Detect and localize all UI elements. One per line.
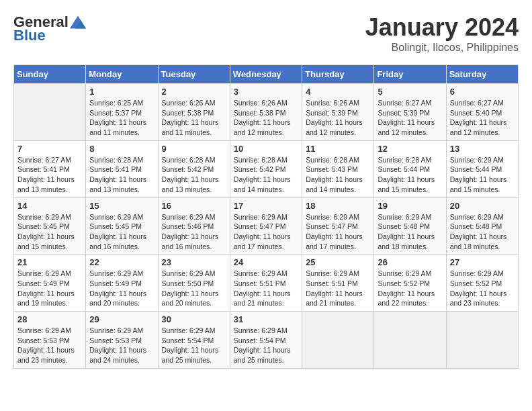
day-info: Sunrise: 6:29 AM Sunset: 5:49 PM Dayligh… (89, 269, 154, 308)
calendar-cell: 30Sunrise: 6:29 AM Sunset: 5:54 PM Dayli… (158, 312, 230, 369)
calendar-cell: 8Sunrise: 6:28 AM Sunset: 5:41 PM Daylig… (86, 140, 158, 197)
day-info: Sunrise: 6:27 AM Sunset: 5:39 PM Dayligh… (378, 98, 442, 138)
day-number: 21 (17, 257, 82, 267)
day-info: Sunrise: 6:29 AM Sunset: 5:52 PM Dayligh… (450, 269, 515, 308)
calendar-cell: 19Sunrise: 6:29 AM Sunset: 5:48 PM Dayli… (374, 197, 446, 255)
day-info: Sunrise: 6:26 AM Sunset: 5:39 PM Dayligh… (306, 98, 370, 138)
day-number: 2 (162, 87, 226, 97)
title-area: January 2024 Bolingit, Ilocos, Philippin… (365, 13, 519, 54)
main-title: January 2024 (365, 13, 519, 42)
calendar-cell: 26Sunrise: 6:29 AM Sunset: 5:52 PM Dayli… (374, 255, 446, 312)
day-info: Sunrise: 6:27 AM Sunset: 5:41 PM Dayligh… (17, 155, 82, 195)
calendar-cell: 13Sunrise: 6:29 AM Sunset: 5:44 PM Dayli… (446, 140, 518, 197)
calendar-table: SundayMondayTuesdayWednesdayThursdayFrid… (13, 64, 519, 369)
day-number: 26 (378, 257, 442, 267)
header-sunday: Sunday (14, 65, 86, 84)
day-info: Sunrise: 6:28 AM Sunset: 5:42 PM Dayligh… (234, 155, 298, 195)
calendar-cell: 2Sunrise: 6:26 AM Sunset: 5:38 PM Daylig… (158, 84, 230, 141)
day-number: 3 (234, 87, 298, 97)
day-number: 25 (306, 257, 370, 267)
day-info: Sunrise: 6:26 AM Sunset: 5:38 PM Dayligh… (162, 98, 226, 138)
day-number: 17 (234, 201, 298, 211)
day-number: 13 (450, 144, 515, 154)
day-number: 20 (450, 201, 515, 211)
day-info: Sunrise: 6:29 AM Sunset: 5:51 PM Dayligh… (234, 269, 298, 308)
day-number: 5 (378, 87, 442, 97)
logo-icon (70, 15, 86, 29)
calendar-cell (302, 312, 374, 369)
calendar-cell: 7Sunrise: 6:27 AM Sunset: 5:41 PM Daylig… (14, 140, 86, 197)
calendar-cell (446, 312, 518, 369)
header-friday: Friday (374, 65, 446, 84)
day-info: Sunrise: 6:26 AM Sunset: 5:38 PM Dayligh… (234, 98, 298, 138)
day-number: 10 (234, 144, 298, 154)
day-info: Sunrise: 6:28 AM Sunset: 5:42 PM Dayligh… (162, 155, 226, 195)
calendar-cell (374, 312, 446, 369)
calendar-cell: 21Sunrise: 6:29 AM Sunset: 5:49 PM Dayli… (14, 255, 86, 312)
calendar-cell: 1Sunrise: 6:25 AM Sunset: 5:37 PM Daylig… (86, 84, 158, 141)
logo-blue: Blue (13, 27, 46, 44)
day-number: 6 (450, 87, 515, 97)
day-number: 31 (234, 314, 298, 324)
day-number: 9 (162, 144, 226, 154)
day-info: Sunrise: 6:28 AM Sunset: 5:41 PM Dayligh… (89, 155, 154, 195)
calendar-cell: 16Sunrise: 6:29 AM Sunset: 5:46 PM Dayli… (158, 197, 230, 255)
day-number: 8 (89, 144, 154, 154)
day-number: 15 (89, 201, 154, 211)
calendar-cell: 18Sunrise: 6:29 AM Sunset: 5:47 PM Dayli… (302, 197, 374, 255)
day-info: Sunrise: 6:29 AM Sunset: 5:45 PM Dayligh… (17, 212, 82, 252)
day-info: Sunrise: 6:25 AM Sunset: 5:37 PM Dayligh… (89, 98, 154, 138)
subtitle: Bolingit, Ilocos, Philippines (365, 42, 519, 54)
calendar-cell: 6Sunrise: 6:27 AM Sunset: 5:40 PM Daylig… (446, 84, 518, 141)
day-number: 16 (162, 201, 226, 211)
calendar-cell: 17Sunrise: 6:29 AM Sunset: 5:47 PM Dayli… (230, 197, 302, 255)
calendar-header-row: SundayMondayTuesdayWednesdayThursdayFrid… (14, 65, 519, 84)
calendar-cell: 14Sunrise: 6:29 AM Sunset: 5:45 PM Dayli… (14, 197, 86, 255)
header-monday: Monday (86, 65, 158, 84)
day-info: Sunrise: 6:29 AM Sunset: 5:54 PM Dayligh… (234, 326, 298, 365)
day-info: Sunrise: 6:27 AM Sunset: 5:40 PM Dayligh… (450, 98, 515, 138)
calendar-cell: 9Sunrise: 6:28 AM Sunset: 5:42 PM Daylig… (158, 140, 230, 197)
calendar-cell: 5Sunrise: 6:27 AM Sunset: 5:39 PM Daylig… (374, 84, 446, 141)
calendar-cell (14, 84, 86, 141)
calendar-cell: 15Sunrise: 6:29 AM Sunset: 5:45 PM Dayli… (86, 197, 158, 255)
day-number: 29 (89, 314, 154, 324)
day-info: Sunrise: 6:29 AM Sunset: 5:52 PM Dayligh… (378, 269, 442, 308)
calendar-cell: 20Sunrise: 6:29 AM Sunset: 5:48 PM Dayli… (446, 197, 518, 255)
header-saturday: Saturday (446, 65, 518, 84)
header-thursday: Thursday (302, 65, 374, 84)
day-number: 18 (306, 201, 370, 211)
day-info: Sunrise: 6:29 AM Sunset: 5:49 PM Dayligh… (17, 269, 82, 308)
calendar-cell: 27Sunrise: 6:29 AM Sunset: 5:52 PM Dayli… (446, 255, 518, 312)
day-number: 24 (234, 257, 298, 267)
calendar-cell: 29Sunrise: 6:29 AM Sunset: 5:53 PM Dayli… (86, 312, 158, 369)
calendar-cell: 22Sunrise: 6:29 AM Sunset: 5:49 PM Dayli… (86, 255, 158, 312)
calendar-cell: 23Sunrise: 6:29 AM Sunset: 5:50 PM Dayli… (158, 255, 230, 312)
calendar-cell: 25Sunrise: 6:29 AM Sunset: 5:51 PM Dayli… (302, 255, 374, 312)
day-info: Sunrise: 6:29 AM Sunset: 5:46 PM Dayligh… (162, 212, 226, 252)
calendar-cell: 24Sunrise: 6:29 AM Sunset: 5:51 PM Dayli… (230, 255, 302, 312)
day-info: Sunrise: 6:29 AM Sunset: 5:47 PM Dayligh… (306, 212, 370, 252)
day-info: Sunrise: 6:29 AM Sunset: 5:48 PM Dayligh… (378, 212, 442, 252)
calendar-week-4: 21Sunrise: 6:29 AM Sunset: 5:49 PM Dayli… (14, 255, 519, 312)
calendar-cell: 12Sunrise: 6:28 AM Sunset: 5:44 PM Dayli… (374, 140, 446, 197)
logo: General Blue (13, 13, 86, 44)
header-wednesday: Wednesday (230, 65, 302, 84)
day-info: Sunrise: 6:29 AM Sunset: 5:53 PM Dayligh… (89, 326, 154, 365)
calendar-cell: 28Sunrise: 6:29 AM Sunset: 5:53 PM Dayli… (14, 312, 86, 369)
day-number: 4 (306, 87, 370, 97)
day-info: Sunrise: 6:29 AM Sunset: 5:54 PM Dayligh… (162, 326, 226, 365)
calendar-week-2: 7Sunrise: 6:27 AM Sunset: 5:41 PM Daylig… (14, 140, 519, 197)
calendar-week-3: 14Sunrise: 6:29 AM Sunset: 5:45 PM Dayli… (14, 197, 519, 255)
calendar-cell: 10Sunrise: 6:28 AM Sunset: 5:42 PM Dayli… (230, 140, 302, 197)
day-number: 11 (306, 144, 370, 154)
day-number: 7 (17, 144, 82, 154)
day-number: 27 (450, 257, 515, 267)
header-tuesday: Tuesday (158, 65, 230, 84)
day-info: Sunrise: 6:29 AM Sunset: 5:51 PM Dayligh… (306, 269, 370, 308)
day-number: 1 (89, 87, 154, 97)
day-number: 19 (378, 201, 442, 211)
day-number: 14 (17, 201, 82, 211)
calendar-week-1: 1Sunrise: 6:25 AM Sunset: 5:37 PM Daylig… (14, 84, 519, 141)
day-number: 28 (17, 314, 82, 324)
